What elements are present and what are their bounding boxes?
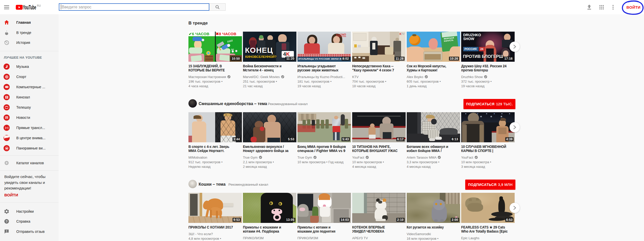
svg-text:?: ? [6, 220, 7, 223]
svg-text:YouTube: YouTube [23, 4, 36, 10]
